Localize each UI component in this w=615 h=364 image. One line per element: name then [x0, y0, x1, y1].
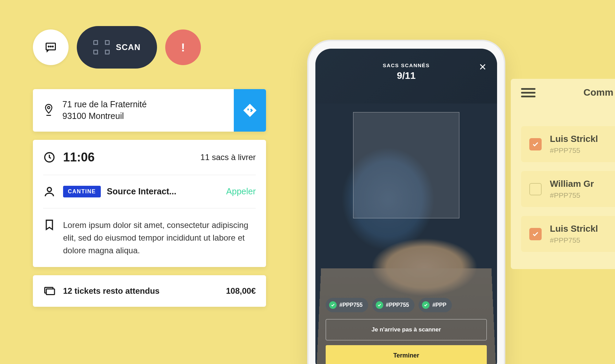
contact-ref: #PPP755 [550, 191, 594, 199]
cantine-tag: CANTINE [63, 186, 101, 197]
bookmark-icon [43, 219, 56, 231]
svg-point-4 [48, 106, 50, 109]
close-button[interactable] [479, 62, 487, 73]
scanned-chip[interactable]: #PPP [419, 298, 452, 312]
scan-frame [353, 112, 459, 218]
contact-ref: #PPP755 [550, 236, 598, 244]
scanned-chips: #PPP755 #PPP755 #PPP [326, 298, 487, 312]
scan-brackets-icon [93, 40, 110, 54]
scanned-chip[interactable]: #PPP755 [326, 298, 368, 312]
contact-item[interactable]: Luis Strickl #PPP755 [521, 216, 615, 252]
svg-point-2 [50, 46, 51, 47]
chat-icon [45, 41, 57, 53]
phone-mockup: SACS SCANNÉS 9/11 #PPP755 #PPP755 [309, 41, 504, 364]
contact-item[interactable]: Luis Strickl #PPP755 [521, 126, 615, 162]
close-icon [479, 63, 487, 71]
delivery-card: 11:06 11 sacs à livrer CANTINE Source In… [33, 140, 266, 267]
clock-icon [43, 151, 56, 163]
call-link[interactable]: Appeler [226, 186, 256, 196]
menu-button[interactable] [521, 88, 535, 97]
check-icon [532, 141, 539, 148]
scan-header-title: SACS SCANNÉS [326, 62, 487, 68]
check-icon [376, 301, 383, 309]
directions-icon [243, 103, 257, 118]
check-icon [422, 301, 430, 309]
checkbox-checked[interactable] [529, 228, 542, 240]
navigate-button[interactable] [234, 89, 266, 132]
location-icon [43, 104, 54, 117]
contact-item[interactable]: William Gr #PPP755 [521, 171, 615, 207]
alert-button[interactable]: ! [165, 29, 201, 65]
person-icon [43, 185, 56, 198]
tickets-price: 108,00€ [226, 286, 256, 296]
contact-name: Luis Strickl [550, 223, 598, 234]
chat-button[interactable] [33, 29, 69, 65]
contact-name: William Gr [550, 179, 594, 189]
phone-screen: SACS SCANNÉS 9/11 #PPP755 #PPP755 [315, 49, 497, 364]
address-card: 71 rue de la Fraternité 93100 Montreuil [33, 89, 266, 132]
tickets-text: 12 tickets resto attendus [63, 286, 159, 296]
note-row: Lorem ipsum dolor sit amet, consectetur … [43, 208, 256, 267]
tickets-card: 12 tickets resto attendus 108,00€ [33, 275, 266, 307]
svg-rect-9 [46, 289, 55, 295]
check-icon [532, 231, 539, 238]
address-line1: 71 rue de la Fraternité [62, 99, 147, 110]
delivery-time: 11:06 [63, 150, 95, 165]
address-line2: 93100 Montreuil [62, 110, 147, 122]
finish-button[interactable]: Terminer [326, 345, 487, 364]
exclamation-icon: ! [181, 41, 185, 54]
cannot-scan-button[interactable]: Je n'arrive pas à scanner [326, 319, 487, 340]
time-row: 11:06 11 sacs à livrer [43, 140, 256, 175]
bags-count: 11 sacs à livrer [201, 153, 256, 162]
panel-title: Comm [583, 87, 613, 98]
scan-count: 9/11 [326, 70, 487, 81]
scan-button-label: SCAN [116, 43, 141, 52]
contact-name: Luis Strickl [550, 134, 598, 144]
scanned-chip[interactable]: #PPP755 [372, 298, 415, 312]
svg-point-7 [47, 187, 51, 192]
scan-button[interactable]: SCAN [77, 26, 157, 69]
checkbox-unchecked[interactable] [529, 183, 542, 195]
checkbox-checked[interactable] [529, 138, 542, 150]
check-icon [329, 301, 337, 309]
hamburger-icon [521, 88, 535, 90]
company-row: CANTINE Source Interact... Appeler [43, 175, 256, 208]
delivery-note: Lorem ipsum dolor sit amet, consectetur … [63, 219, 256, 257]
contact-ref: #PPP755 [550, 146, 598, 155]
address-text: 71 rue de la Fraternité 93100 Montreuil [62, 99, 147, 122]
contacts-panel: Comm Luis Strickl #PPP755 William Gr #PP… [511, 79, 615, 269]
svg-point-1 [48, 46, 49, 47]
company-name: Source Interact... [107, 186, 177, 196]
ticket-icon [43, 285, 56, 297]
svg-point-3 [52, 46, 53, 47]
